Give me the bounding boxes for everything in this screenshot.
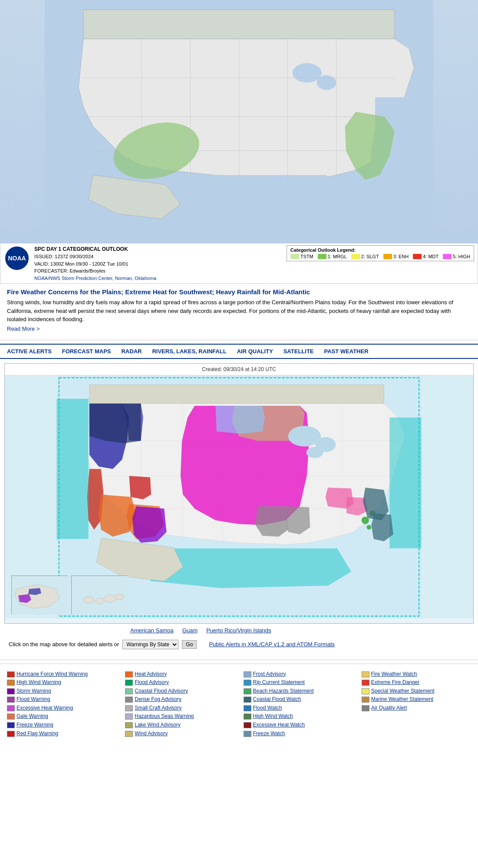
spc-issued: ISSUED: 1237Z 09/30/2024 <box>34 253 156 260</box>
legend-swatch-slgt <box>351 254 360 259</box>
legend-swatch-gale <box>7 713 15 720</box>
nav-forecast-maps[interactable]: FORECAST MAPS <box>62 348 111 355</box>
svg-point-35 <box>104 595 116 602</box>
legend-flood-advisory: Flood Advisory <box>125 679 234 686</box>
legend-swatch-hazardous-seas <box>125 713 133 720</box>
spc-source: NOAA/NWS Storm Prediction Center, Norman… <box>34 275 156 282</box>
nav-active-alerts[interactable]: ACTIVE ALERTS <box>7 348 52 355</box>
legend-rip-current-statement: Rip Current Statement <box>244 679 353 686</box>
legend-swatch-wind-adv <box>125 731 133 737</box>
legend-col-4: Fire Weather Watch Extreme Fire Danger S… <box>362 671 471 737</box>
nav-past-weather[interactable]: PAST WEATHER <box>324 348 369 355</box>
legend-col-2: Heat Advisory Flood Advisory Coastal Flo… <box>125 671 234 737</box>
legend-swatch-flood-warn <box>7 697 15 703</box>
xml-link[interactable]: Public Alerts in XML/CAP v1.2 and ATOM F… <box>209 641 335 648</box>
svg-rect-23 <box>57 398 89 539</box>
legend-high-wind-warning: High Wind Warning <box>7 679 116 686</box>
legend-small-craft-advisory: Small Craft Advisory <box>125 705 234 712</box>
legend-freeze-watch: Freeze Watch <box>244 730 353 737</box>
legend-freeze-warning: Freeze Warning <box>7 722 116 729</box>
legend-swatch-mrgl <box>318 254 326 259</box>
legend-swatch-freeze <box>7 722 15 728</box>
nav-rivers[interactable]: RIVERS, LAKES, RAINFALL <box>152 348 226 355</box>
noaa-logo: NOAA <box>4 245 30 271</box>
read-more-link[interactable]: Read More > <box>7 326 40 332</box>
legend-high: 5: HIGH <box>443 254 470 259</box>
legend-swatch-beach <box>244 688 251 694</box>
territory-links: American Samoa Guam Puerto Rico/Virgin I… <box>126 625 275 635</box>
svg-point-33 <box>84 596 94 603</box>
alerts-map[interactable]: Created: 09/30/24 at 14:20 UTC <box>4 363 474 624</box>
svg-point-30 <box>307 447 323 458</box>
legend-col-3: Frost Advisory Rip Current Statement Bea… <box>244 671 353 737</box>
legend-mdt: 4: MDT <box>413 254 438 259</box>
alerts-map-wrapper: Created: 09/30/24 at 14:20 UTC <box>4 363 474 624</box>
svg-rect-24 <box>389 417 421 548</box>
spc-valid: VALID: 1300Z Mon 09/30 - 1200Z Tue 10/01 <box>34 260 156 268</box>
legend-swatch-storm <box>7 688 15 694</box>
legend-flood-warning: Flood Warning <box>7 696 116 703</box>
legend-extreme-fire-danger: Extreme Fire Danger <box>362 679 471 686</box>
legend-dense-fog-advisory: Dense Fog Advisory <box>125 696 234 703</box>
svg-point-27 <box>367 525 372 529</box>
spc-map[interactable] <box>0 0 478 243</box>
legend-wind-advisory: Wind Advisory <box>125 730 234 737</box>
territory-puerto-rico[interactable]: Puerto Rico/Virgin Islands <box>206 627 271 634</box>
territory-guam[interactable]: Guam <box>182 627 198 634</box>
legend-lake-wind-advisory: Lake Wind Advisory <box>125 722 234 729</box>
legend-box: Categorical Outlook Legend: TSTM 1: MRGL… <box>287 245 474 261</box>
territory-american-samoa[interactable]: American Samoa <box>130 627 174 634</box>
spc-footer: NOAA SPC DAY 1 CATEGORICAL OUTLOOK ISSUE… <box>0 243 478 284</box>
legend-swatch-marine-weather <box>362 697 369 703</box>
legend-red-flag-warning: Red Flag Warning <box>7 730 116 737</box>
legend-beach-hazards-statement: Beach Hazards Statement <box>244 688 353 695</box>
legend-heat-advisory: Heat Advisory <box>125 671 234 678</box>
legend-fire-weather-watch: Fire Weather Watch <box>362 671 471 678</box>
legend-flood-watch: Flood Watch <box>244 705 353 712</box>
legend-slgt: 2: SLGT <box>351 254 379 259</box>
spc-forecaster: FORECASTER: Edwards/Broyles <box>34 267 156 275</box>
legend-enh: 3: ENH <box>383 254 409 259</box>
svg-point-1 <box>293 63 322 83</box>
divider-2 <box>0 660 478 660</box>
legend-swatch-frost <box>244 671 251 677</box>
alerts-map-section: Created: 09/30/24 at 14:20 UTC <box>0 359 478 656</box>
nav-bar: ACTIVE ALERTS FORECAST MAPS RADAR RIVERS… <box>0 344 478 359</box>
legend-items: TSTM 1: MRGL 2: SLGT 3: ENH 4: MDT <box>290 254 470 259</box>
legend-swatch-enh <box>383 254 392 259</box>
legend-swatch-fire-weather <box>362 671 369 677</box>
nav-satellite[interactable]: SATELLITE <box>284 348 314 355</box>
legend-coastal-flood-watch: Coastal Flood Watch <box>244 696 353 703</box>
svg-point-36 <box>115 594 124 600</box>
legend-special-weather-statement: Special Weather Statement <box>362 688 471 695</box>
legend-swatch-rip-current <box>244 680 251 686</box>
legend-swatch-flood-watch <box>244 705 251 711</box>
alerts-map-canvas[interactable] <box>5 375 473 618</box>
nav-air-quality[interactable]: AIR QUALITY <box>237 348 273 355</box>
go-button[interactable]: Go <box>182 640 197 649</box>
legend-swatch-excessive-heat-watch <box>244 722 251 728</box>
legend-swatch-small-craft <box>125 705 133 711</box>
legend-air-quality-alert: Air Quality Alert <box>362 705 471 712</box>
legend-swatch-high-wind-watch <box>244 713 251 720</box>
legend-gale-warning: Gale Warning <box>7 713 116 720</box>
legend-swatch-air-quality <box>362 705 369 711</box>
legend-swatch-red-flag <box>7 731 15 737</box>
legend-swatch-excessive-heat <box>7 705 15 711</box>
legend-swatch-tstm <box>290 254 299 259</box>
legend-swatch-extreme-fire <box>362 680 369 686</box>
legend-swatch-mdt <box>413 254 422 259</box>
legend-coastal-flood-advisory: Coastal Flood Advisory <box>125 688 234 695</box>
legend-swatch-high-wind <box>7 680 15 686</box>
spc-title: SPC DAY 1 CATEGORICAL OUTLOOK <box>34 245 156 253</box>
spc-map-container: NOAA SPC DAY 1 CATEGORICAL OUTLOOK ISSUE… <box>0 0 478 284</box>
divider-1 <box>0 340 478 340</box>
legend-swatch-high <box>443 254 452 259</box>
inset-hawaii[interactable] <box>71 575 128 615</box>
nav-radar[interactable]: RADAR <box>121 348 142 355</box>
svg-point-34 <box>96 598 104 604</box>
warnings-by-state-dropdown[interactable]: Warnings By State <box>122 640 178 649</box>
legend-hazardous-seas-warning: Hazardous Seas Warning <box>125 713 234 720</box>
inset-alaska[interactable] <box>11 575 68 615</box>
legend-frost-advisory: Frost Advisory <box>244 671 353 678</box>
